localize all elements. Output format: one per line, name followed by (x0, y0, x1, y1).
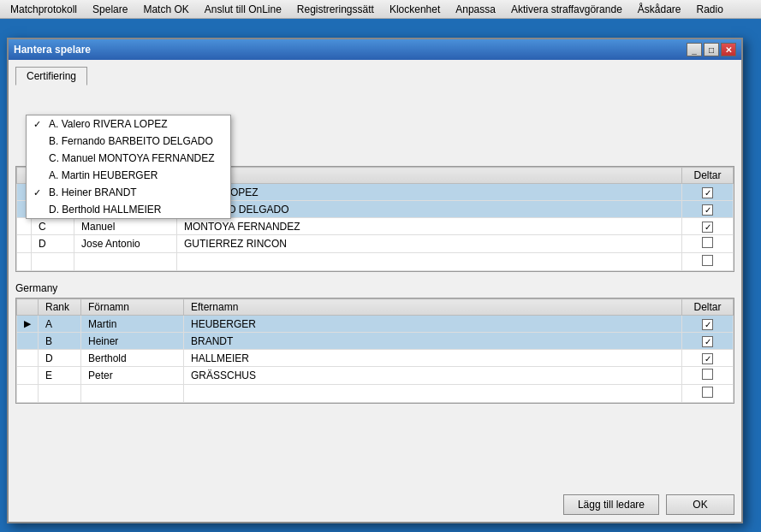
row-deltar[interactable] (682, 367, 734, 385)
dialog-title-buttons: _ □ ✕ (687, 43, 736, 56)
menu-aktivera[interactable]: Aktivera straffavgörande (504, 2, 629, 17)
row-efternamn: HALLMEIER (184, 350, 682, 367)
dialog-title: Hantera spelare (14, 44, 91, 56)
row-fornamn: Heiner (81, 333, 184, 350)
new-row-cell (184, 385, 682, 403)
table-row[interactable]: E Peter GRÄSSCHUS (17, 367, 734, 385)
row-deltar[interactable] (682, 218, 734, 235)
dialog-footer: Lägg till ledare OK (15, 488, 734, 515)
table-row-new[interactable] (17, 253, 734, 271)
checkbox[interactable] (702, 237, 713, 248)
table-row[interactable]: ▶ A Martin HEUBERGER (17, 316, 734, 333)
tab-certifiering[interactable]: Certifiering (15, 67, 87, 86)
row-arrow (17, 235, 32, 253)
row-arrow: ▶ (17, 316, 39, 333)
new-row-cell (177, 253, 682, 271)
new-row-deltar[interactable] (682, 385, 734, 403)
team2-section: Germany Rank Förnamn Efternamn Deltar (15, 282, 734, 404)
row-deltar[interactable] (682, 184, 734, 201)
team2-col-arrow (17, 299, 39, 316)
table-row-new[interactable] (17, 385, 734, 403)
dialog-title-bar: Hantera spelare _ □ ✕ (9, 39, 741, 60)
new-row-deltar[interactable] (682, 253, 734, 271)
menu-askadare[interactable]: Åskådare (631, 2, 688, 17)
checkbox[interactable] (702, 187, 713, 198)
table-row[interactable]: C Manuel MONTOYA FERNANDEZ (17, 218, 734, 235)
menu-match-ok[interactable]: Match OK (136, 2, 195, 17)
team2-table: Rank Förnamn Efternamn Deltar ▶ A Martin (16, 299, 734, 403)
dialog-window: Hantera spelare _ □ ✕ Certifiering ✓ A. … (7, 38, 743, 523)
dropdown-item-2[interactable]: B. Fernando BARBEITO DELGADO (27, 133, 230, 150)
row-rank: D (32, 235, 74, 253)
dropdown-label-2: B. Fernando BARBEITO DELGADO (49, 135, 213, 147)
dropdown-label-6: D. Berthold HALLMEIER (49, 204, 161, 216)
row-efternamn: BRANDT (184, 333, 682, 350)
menu-matchprotokoll[interactable]: Matchprotokoll (3, 2, 84, 17)
row-deltar[interactable] (682, 333, 734, 350)
check-icon-1: ✓ (33, 119, 45, 130)
ok-button[interactable]: OK (666, 494, 734, 515)
checkbox[interactable] (702, 369, 713, 380)
team2-table-container: Rank Förnamn Efternamn Deltar ▶ A Martin (15, 298, 734, 404)
row-efternamn: MONTOYA FERNANDEZ (177, 218, 682, 235)
team2-col-fornamn: Förnamn (81, 299, 184, 316)
close-button[interactable]: ✕ (721, 43, 736, 56)
menu-bar: Matchprotokoll Spelare Match OK Anslut t… (0, 0, 761, 19)
row-deltar[interactable] (682, 350, 734, 367)
row-deltar[interactable] (682, 235, 734, 253)
row-efternamn: BARBEITO DELGADO (177, 201, 682, 218)
new-row-cell (32, 253, 74, 271)
dropdown-item-4[interactable]: A. Martin HEUBERGER (27, 167, 230, 184)
checkbox[interactable] (702, 319, 713, 330)
row-arrow (17, 218, 32, 235)
menu-anpassa[interactable]: Anpassa (449, 2, 502, 17)
row-rank: C (32, 218, 74, 235)
row-deltar[interactable] (682, 316, 734, 333)
new-row-cell (81, 385, 184, 403)
new-row-cell (39, 385, 81, 403)
dropdown-item-3[interactable]: C. Manuel MONTOYA FERNANDEZ (27, 150, 230, 167)
row-fornamn: Manuel (74, 218, 177, 235)
team1-col-deltar: Deltar (682, 168, 734, 184)
tab-bar: Certifiering (15, 67, 734, 86)
table-row[interactable]: B Heiner BRANDT (17, 333, 734, 350)
new-row-cell (17, 385, 39, 403)
new-row-cell (17, 253, 32, 271)
row-rank: B (39, 333, 81, 350)
table-row[interactable]: D Berthold HALLMEIER (17, 350, 734, 367)
table-row[interactable]: D Jose Antonio GUTIERREZ RINCON (17, 235, 734, 253)
menu-registreringssatt[interactable]: Registreringssätt (290, 2, 381, 17)
check-icon-5: ✓ (33, 187, 45, 198)
checkbox[interactable] (702, 387, 713, 398)
dropdown-label-1: A. Valero RIVERA LOPEZ (49, 118, 168, 130)
dropdown-item-1[interactable]: ✓ A. Valero RIVERA LOPEZ (27, 115, 230, 133)
row-arrow (17, 350, 39, 367)
dropdown-item-6[interactable]: D. Berthold HALLMEIER (27, 201, 230, 218)
row-deltar[interactable] (682, 201, 734, 218)
dropdown-label-5: B. Heiner BRANDT (49, 186, 137, 198)
minimize-button[interactable]: _ (687, 43, 702, 56)
row-efternamn: HEUBERGER (184, 316, 682, 333)
team1-col-efternamn: Efternamn (177, 168, 682, 184)
checkbox[interactable] (702, 255, 713, 266)
checkbox[interactable] (702, 204, 713, 216)
checkbox[interactable] (702, 336, 713, 347)
menu-spelare[interactable]: Spelare (86, 2, 134, 17)
dropdown-label-4: A. Martin HEUBERGER (49, 169, 158, 181)
dropdown-item-5[interactable]: ✓ B. Heiner BRANDT (27, 184, 230, 201)
row-rank: E (39, 367, 81, 385)
team2-label: Germany (15, 282, 734, 294)
row-fornamn: Jose Antonio (74, 235, 177, 253)
menu-radio[interactable]: Radio (690, 2, 730, 17)
add-leader-button[interactable]: Lägg till ledare (563, 494, 659, 515)
row-fornamn: Peter (81, 367, 184, 385)
team2-col-efternamn: Efternamn (184, 299, 682, 316)
maximize-button[interactable]: □ (704, 43, 719, 56)
checkbox[interactable] (702, 222, 713, 233)
menu-anslut[interactable]: Anslut till OnLine (198, 2, 288, 17)
checkbox[interactable] (702, 353, 713, 364)
dropdown-label-3: C. Manuel MONTOYA FERNANDEZ (49, 152, 215, 164)
menu-klockenhet[interactable]: Klockenhet (383, 2, 447, 17)
row-rank: A (39, 316, 81, 333)
row-efternamn: GRÄSSCHUS (184, 367, 682, 385)
